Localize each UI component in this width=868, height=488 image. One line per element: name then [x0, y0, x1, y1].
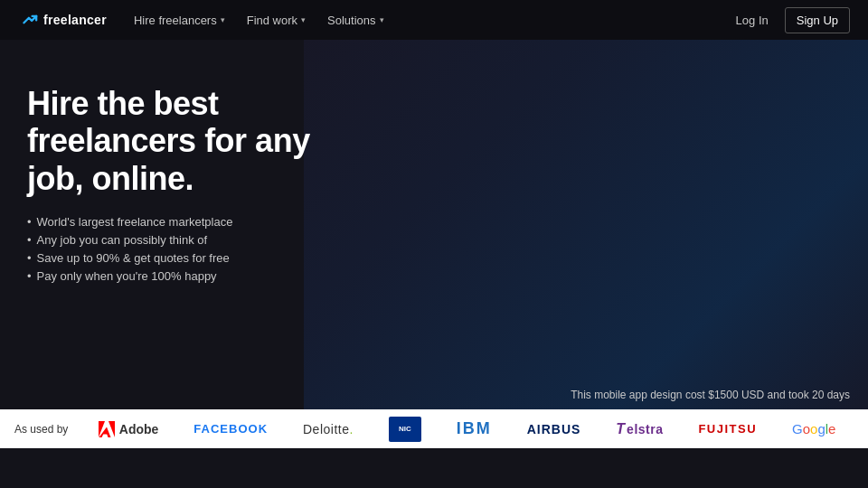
hero-bullets: World's largest freelance marketplace An…	[27, 215, 344, 283]
chevron-down-icon: ▾	[301, 15, 306, 24]
logos-bar: As used by Adobe FACEBOOK Deloi	[0, 409, 868, 448]
logo-deloitte[interactable]: Deloitte.	[296, 422, 361, 436]
logo-nic[interactable]: NIC	[382, 417, 429, 442]
logo-facebook[interactable]: FACEBOOK	[186, 422, 275, 436]
logo-airbus[interactable]: AIRBUS	[520, 422, 589, 436]
as-used-label: As used by	[14, 423, 68, 436]
bullet-4: Pay only when you're 100% happy	[27, 269, 344, 283]
nav-find-work[interactable]: Find work ▾	[238, 8, 315, 33]
navbar: freelancer Hire freelancers ▾ Find work …	[0, 0, 868, 40]
logo-ibm[interactable]: IBM	[449, 419, 499, 438]
signup-button[interactable]: Sign Up	[785, 7, 850, 33]
logo-items: Adobe FACEBOOK Deloitte. NIC IBM	[80, 417, 854, 442]
logo-telstra[interactable]: T elstra	[609, 421, 670, 437]
logo-fujitsu[interactable]: FUJITSU	[691, 422, 764, 436]
hero-title: Hire the best freelancers for any job, o…	[27, 85, 344, 197]
nav-hire-freelancers[interactable]: Hire freelancers ▾	[125, 8, 234, 33]
bullet-3: Save up to 90% & get quotes for free	[27, 251, 344, 265]
hero-content: Hire the best freelancers for any job, o…	[27, 85, 344, 301]
nav-links: Hire freelancers ▾ Find work ▾ Solutions…	[125, 8, 727, 33]
bullet-2: Any job you can possibly think of	[27, 233, 344, 247]
nav-auth: Log In Sign Up	[727, 7, 850, 33]
bullet-1: World's largest freelance marketplace	[27, 215, 344, 229]
logo-adobe[interactable]: Adobe	[91, 421, 166, 437]
logo[interactable]: freelancer	[18, 10, 107, 30]
logo-google[interactable]: Google	[785, 421, 843, 436]
chevron-down-icon: ▾	[221, 15, 225, 24]
logo-text: freelancer	[43, 13, 107, 27]
chevron-down-icon: ▾	[380, 15, 384, 24]
cost-badge: This mobile app design cost $1500 USD an…	[571, 389, 850, 401]
nav-solutions[interactable]: Solutions ▾	[318, 8, 392, 33]
login-button[interactable]: Log In	[727, 8, 778, 33]
logo-icon	[18, 10, 38, 30]
adobe-icon	[99, 421, 115, 437]
hero-section: Hire the best freelancers for any job, o…	[0, 40, 868, 448]
